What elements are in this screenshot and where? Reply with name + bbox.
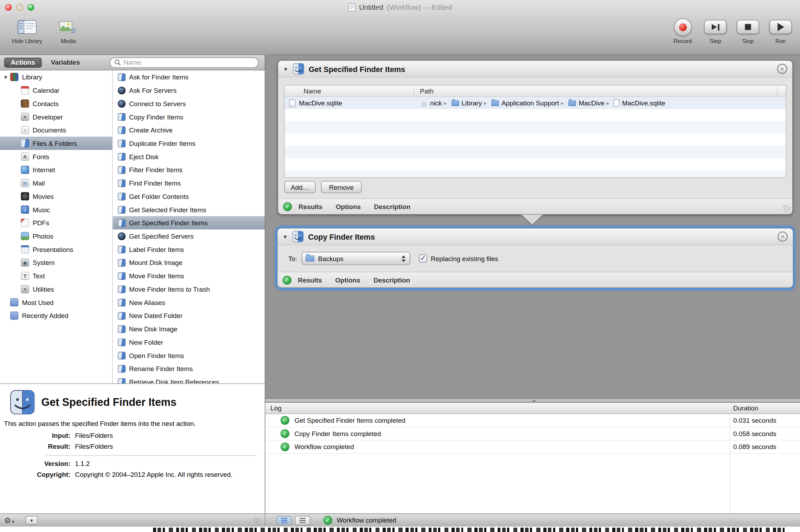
results-toggle[interactable]: Results bbox=[298, 276, 322, 284]
detail-field: Result: Files/Folders bbox=[0, 441, 265, 452]
step-button[interactable]: Step bbox=[701, 17, 730, 44]
action-list-item[interactable]: Rename Finder Items bbox=[113, 362, 265, 375]
action-list-item[interactable]: Get Folder Contents bbox=[113, 190, 265, 203]
close-action-button[interactable] bbox=[777, 64, 787, 74]
destination-popup[interactable]: Backups bbox=[302, 252, 410, 265]
close-action-button[interactable] bbox=[777, 232, 788, 242]
sidebar-item[interactable]: A Fonts bbox=[0, 150, 112, 163]
record-button[interactable]: Record bbox=[668, 17, 697, 44]
search-field[interactable] bbox=[110, 57, 259, 68]
finder-items-table[interactable]: Name Path MacDive.sqlite bbox=[284, 85, 786, 178]
action-list-item[interactable]: Move Finder Items to Trash bbox=[113, 283, 265, 296]
run-button[interactable]: Run bbox=[766, 17, 795, 44]
column-divider[interactable] bbox=[414, 87, 414, 96]
action-list-item[interactable]: Copy Finder Items bbox=[113, 110, 265, 123]
disclosure-triangle-icon[interactable] bbox=[283, 234, 288, 239]
action-list-item[interactable]: Connect to Servers bbox=[113, 97, 265, 110]
path-crumb[interactable]: nick bbox=[420, 99, 442, 107]
sidebar-item[interactable]: ◉ System bbox=[0, 256, 112, 269]
path-crumb[interactable]: MacDive.sqlite bbox=[604, 99, 665, 107]
action-list-item[interactable]: Create Archive bbox=[113, 123, 265, 137]
tab-actions[interactable]: Actions bbox=[4, 57, 42, 67]
media-button[interactable]: ♫ Media bbox=[51, 17, 86, 44]
sidebar-item[interactable]: Files & Folders bbox=[0, 137, 112, 150]
hide-library-button[interactable]: Hide Library bbox=[4, 17, 50, 44]
sidebar-item[interactable]: × Developer bbox=[0, 110, 112, 123]
workflow-canvas[interactable]: Get Specified Finder Items Name Path bbox=[265, 55, 800, 399]
description-toggle[interactable]: Description bbox=[374, 203, 411, 210]
path-crumb[interactable]: MacDive bbox=[559, 99, 604, 107]
action-header[interactable]: Copy Finder Items bbox=[277, 228, 793, 245]
log-row[interactable]: Workflow completed 0.089 seconds bbox=[265, 441, 800, 454]
log-message: Workflow completed bbox=[294, 443, 354, 451]
sidebar-item[interactable]: × Utilities bbox=[0, 283, 112, 296]
disclosure-triangle-icon[interactable] bbox=[3, 74, 10, 80]
options-toggle[interactable]: Options bbox=[335, 276, 360, 284]
tab-variables[interactable]: Variables bbox=[51, 59, 80, 66]
resize-grip[interactable] bbox=[783, 205, 791, 213]
action-list-item[interactable]: Retrieve Disk Item References bbox=[113, 375, 265, 383]
results-toggle[interactable]: Results bbox=[299, 203, 322, 210]
column-header-path[interactable]: Path bbox=[420, 87, 434, 95]
action-list-item[interactable]: Duplicate Finder Items bbox=[113, 137, 265, 150]
horizontal-splitter[interactable] bbox=[265, 399, 800, 403]
sidebar-item[interactable]: Movies bbox=[0, 190, 112, 203]
action-block-copy-finder-items[interactable]: Copy Finder Items To: Backups Replac bbox=[277, 228, 793, 288]
replacing-existing-files-checkbox[interactable] bbox=[419, 254, 427, 262]
column-divider[interactable] bbox=[777, 87, 777, 96]
titlebar[interactable]: Untitled (Workflow) — Edited bbox=[0, 0, 800, 14]
action-header[interactable]: Get Specified Finder Items bbox=[278, 61, 793, 78]
action-list-item[interactable]: New Aliases bbox=[113, 296, 265, 309]
description-toggle[interactable]: Description bbox=[373, 276, 410, 284]
sidebar-item[interactable]: Calendar bbox=[0, 84, 112, 97]
collapse-panel-button[interactable] bbox=[26, 516, 38, 525]
action-block-get-specified-finder-items[interactable]: Get Specified Finder Items Name Path bbox=[277, 60, 793, 215]
action-menu-button[interactable] bbox=[4, 516, 14, 525]
action-list-item[interactable]: Label Finder Items bbox=[113, 243, 265, 256]
action-list-item[interactable]: New Dated Folder bbox=[113, 309, 265, 322]
action-list-item[interactable]: Ask for Finder Items bbox=[113, 70, 265, 84]
action-list-item[interactable]: New Folder bbox=[113, 336, 265, 349]
path-crumb[interactable]: Library bbox=[442, 99, 482, 107]
sidebar-item[interactable]: ≡ Documents bbox=[0, 123, 112, 137]
column-header-name[interactable]: Name bbox=[303, 87, 321, 95]
action-list-item[interactable]: Ask For Servers bbox=[113, 84, 265, 97]
action-list-item[interactable]: Find Finder Items bbox=[113, 176, 265, 190]
sidebar-item[interactable]: Library bbox=[0, 70, 112, 84]
sidebar-item[interactable]: Recently Added bbox=[0, 309, 112, 322]
category-icon bbox=[10, 311, 18, 319]
stop-button[interactable]: Stop bbox=[734, 17, 762, 44]
show-events-button[interactable] bbox=[295, 516, 311, 525]
sidebar-item[interactable]: PDFs bbox=[0, 216, 112, 229]
splitter-grip-icon[interactable] bbox=[255, 518, 260, 524]
path-crumb[interactable]: Application Support bbox=[482, 99, 559, 107]
log-row[interactable]: Get Specified Finder Items completed 0.0… bbox=[265, 414, 800, 427]
remove-button[interactable]: Remove bbox=[321, 181, 362, 193]
sidebar-item[interactable]: ♪ Music bbox=[0, 203, 112, 216]
action-list-item[interactable]: Get Specified Finder Items bbox=[113, 216, 265, 229]
sidebar-item[interactable]: T Text bbox=[0, 269, 112, 283]
action-list-item[interactable]: Eject Disk bbox=[113, 150, 265, 163]
action-label: Ask for Finder Items bbox=[129, 73, 188, 81]
action-list-item[interactable]: Get Selected Finder Items bbox=[113, 203, 265, 216]
action-list-item[interactable]: Open Finder Items bbox=[113, 349, 265, 362]
show-log-button[interactable] bbox=[276, 516, 292, 525]
sidebar-item[interactable]: ✉ Mail bbox=[0, 176, 112, 190]
sidebar-item[interactable]: Most Used bbox=[0, 296, 112, 309]
sidebar-item[interactable]: Photos bbox=[0, 229, 112, 243]
action-list-item[interactable]: Mount Disk Image bbox=[113, 256, 265, 269]
options-toggle[interactable]: Options bbox=[336, 203, 361, 210]
table-header[interactable]: Name Path bbox=[285, 86, 786, 97]
action-list-item[interactable]: Move Finder Items bbox=[113, 269, 265, 283]
sidebar-item[interactable]: Presentations bbox=[0, 243, 112, 256]
disclosure-triangle-icon[interactable] bbox=[283, 66, 288, 72]
table-row[interactable]: MacDive.sqlite nick Library bbox=[285, 97, 786, 109]
action-list-item[interactable]: New Disk Image bbox=[113, 322, 265, 336]
add-button[interactable]: Add… bbox=[284, 181, 316, 193]
search-input[interactable] bbox=[123, 59, 254, 66]
action-list-item[interactable]: Get Specified Servers bbox=[113, 229, 265, 243]
log-row[interactable]: Copy Finder Items completed 0.058 second… bbox=[265, 427, 800, 441]
sidebar-item[interactable]: Contacts bbox=[0, 97, 112, 110]
action-list-item[interactable]: Filter Finder Items bbox=[113, 163, 265, 176]
sidebar-item[interactable]: Internet bbox=[0, 163, 112, 176]
